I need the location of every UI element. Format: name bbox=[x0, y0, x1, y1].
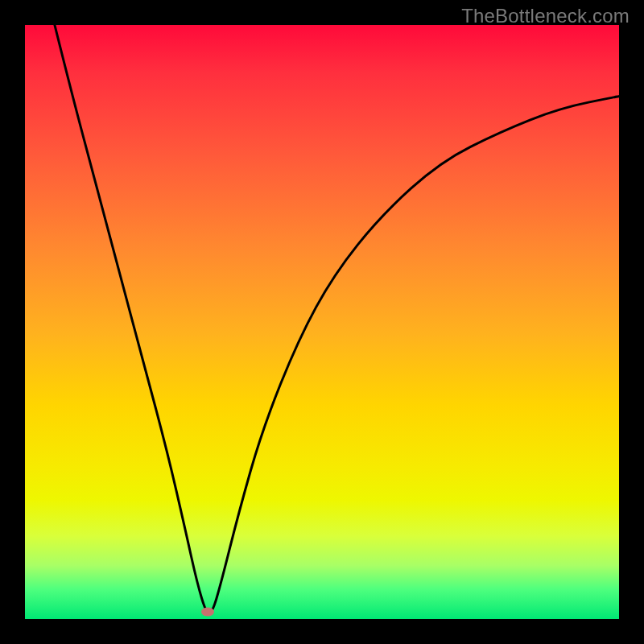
curve-svg bbox=[25, 25, 619, 619]
minimum-marker bbox=[201, 608, 214, 617]
watermark-text: TheBottleneck.com bbox=[461, 5, 630, 27]
plot-area bbox=[25, 25, 619, 619]
chart-frame: TheBottleneck.com bbox=[0, 0, 644, 644]
bottleneck-curve-path bbox=[55, 25, 619, 613]
